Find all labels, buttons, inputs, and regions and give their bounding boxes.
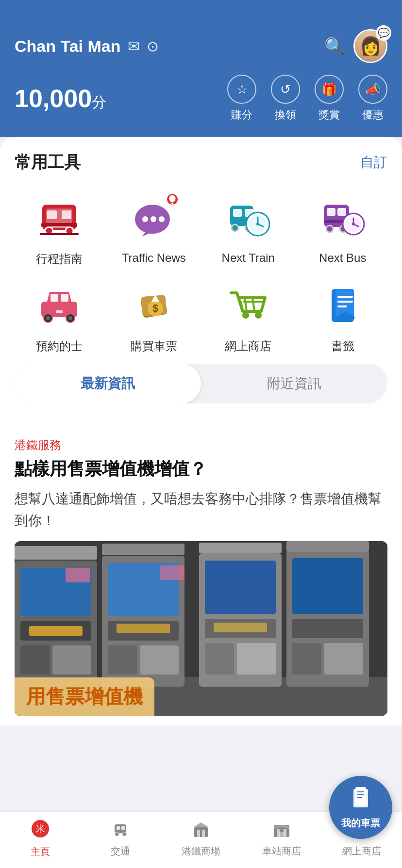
mail-icon[interactable]: ✉ xyxy=(128,38,140,55)
rewards-label: 獎賞 xyxy=(318,108,340,122)
online-shop-icon-wrap xyxy=(221,278,275,332)
svg-text:米: 米 xyxy=(35,823,45,834)
nav-mtr-mall[interactable]: 港鐵商場 xyxy=(161,820,241,858)
tool-buy-ticket[interactable]: $ 購買車票 xyxy=(109,278,199,354)
nav-home-label: 主頁 xyxy=(31,845,50,858)
transport-icon xyxy=(112,820,129,842)
svg-rect-75 xyxy=(205,561,276,614)
nav-station-shop[interactable]: 車站商店 xyxy=(241,820,322,858)
news-title: 點樣用售票增值機增值？ xyxy=(15,458,387,481)
svg-rect-6 xyxy=(47,210,57,219)
svg-rect-77 xyxy=(205,643,234,675)
redeem-action[interactable]: ↺ 換領 xyxy=(271,75,300,122)
customize-button[interactable]: 自訂 xyxy=(360,153,387,172)
online-shop-label: 網上商店 xyxy=(225,338,271,354)
svg-rect-73 xyxy=(140,645,179,675)
tool-journey[interactable]: 行程指南 xyxy=(15,191,104,267)
search-icon[interactable]: 🔍 xyxy=(324,36,345,56)
offers-action[interactable]: 📣 優惠 xyxy=(358,75,387,122)
svg-rect-38 xyxy=(50,294,58,302)
tab-latest[interactable]: 最新資訊 xyxy=(15,364,201,403)
svg-rect-81 xyxy=(292,619,363,638)
points-display: 10,000分 xyxy=(15,84,106,113)
points-number: 10,000 xyxy=(15,84,92,113)
next-train-icon-wrap xyxy=(221,191,275,244)
floating-ticket-button[interactable]: 我的車票 xyxy=(329,776,392,839)
offers-label: 優惠 xyxy=(362,108,384,122)
svg-rect-103 xyxy=(202,830,205,837)
online-shop-icon xyxy=(226,283,270,327)
svg-rect-96 xyxy=(117,826,120,830)
earn-points-action[interactable]: ☆ 賺分 xyxy=(227,75,256,122)
journey-icon xyxy=(37,196,81,240)
svg-point-18 xyxy=(232,225,238,231)
news-tabs: 最新資訊 附近資訊 xyxy=(15,364,387,403)
news-image-text: 用售票增值機 xyxy=(26,686,143,707)
username: Chan Tai Man xyxy=(15,37,121,56)
nav-mtr-mall-label: 港鐵商場 xyxy=(182,845,220,858)
svg-rect-90 xyxy=(214,623,267,632)
rewards-action[interactable]: 🎁 獎賞 xyxy=(315,75,344,122)
redeem-icon: ↺ xyxy=(271,75,300,104)
tool-bookmarks[interactable]: 書籤 xyxy=(298,278,388,354)
svg-rect-88 xyxy=(29,626,83,636)
next-bus-icon-wrap xyxy=(316,191,369,244)
svg-rect-16 xyxy=(233,209,242,217)
nav-transport[interactable]: 交通 xyxy=(81,820,161,858)
svg-text:$: $ xyxy=(152,302,158,314)
next-train-label: Next Train xyxy=(222,251,275,265)
taxi-label: 預約的士 xyxy=(36,338,83,354)
nav-home[interactable]: 米 主頁 xyxy=(0,820,81,858)
chat-badge: 💬 xyxy=(376,25,391,41)
profile-icon[interactable]: ⊙ xyxy=(147,38,159,55)
svg-rect-92 xyxy=(160,565,184,580)
svg-point-54 xyxy=(255,312,262,319)
tool-next-train[interactable]: Next Train xyxy=(203,191,293,267)
svg-rect-5 xyxy=(47,226,71,228)
news-description: 想幫八達通配飾增值，又唔想去客務中心排隊？售票增值機幫到你！ xyxy=(15,488,387,532)
bookmarks-label: 書籤 xyxy=(331,338,354,354)
tool-next-bus[interactable]: Next Bus xyxy=(298,191,388,267)
tools-title: 常用工具 xyxy=(15,151,81,174)
earn-icon: ☆ xyxy=(227,75,256,104)
traffic-news-label: Traffic News xyxy=(122,251,186,265)
bookmarks-icon xyxy=(321,283,365,327)
news-image[interactable]: 用售票增值機 xyxy=(15,541,387,716)
svg-point-98 xyxy=(115,832,119,836)
svg-point-11 xyxy=(142,216,148,222)
station-shop-icon xyxy=(273,820,290,842)
offers-icon: 📣 xyxy=(358,75,387,104)
svg-rect-83 xyxy=(324,643,363,675)
svg-rect-85 xyxy=(102,544,184,555)
svg-point-53 xyxy=(242,312,249,319)
next-train-icon xyxy=(226,196,270,240)
redeem-label: 換領 xyxy=(275,108,296,122)
earn-label: 賺分 xyxy=(231,108,252,122)
svg-rect-111 xyxy=(355,787,366,805)
svg-point-13 xyxy=(159,216,165,222)
svg-rect-27 xyxy=(337,208,346,216)
svg-line-52 xyxy=(252,298,254,311)
buy-ticket-label: 購買車票 xyxy=(131,338,177,354)
tool-online-shop[interactable]: 網上商店 xyxy=(203,278,293,354)
nav-station-shop-label: 車站商店 xyxy=(262,845,301,858)
svg-point-29 xyxy=(326,225,333,232)
header-top: Chan Tai Man ✉ ⊙ 🔍 👩 💬 xyxy=(15,29,387,63)
svg-rect-39 xyxy=(61,294,68,302)
svg-rect-87 xyxy=(286,541,369,552)
tab-nearby[interactable]: 附近資訊 xyxy=(201,364,387,403)
svg-point-43 xyxy=(68,316,72,320)
svg-rect-80 xyxy=(292,558,363,614)
tools-card: 常用工具 自訂 行程指南 xyxy=(0,137,402,428)
avatar-container[interactable]: 👩 💬 xyxy=(353,29,387,63)
svg-point-24 xyxy=(256,223,259,225)
svg-rect-8 xyxy=(40,233,79,235)
news-section: 港鐵服務 點樣用售票增值機增值？ 想幫八達通配飾增值，又唔想去客務中心排隊？售票… xyxy=(0,428,402,725)
next-bus-label: Next Bus xyxy=(319,251,366,265)
tool-taxi[interactable]: 預約的士 xyxy=(15,278,104,354)
tool-traffic-news[interactable]: Traffic News xyxy=(109,191,199,267)
svg-rect-107 xyxy=(279,832,285,837)
tools-header: 常用工具 自訂 xyxy=(15,151,387,174)
svg-rect-100 xyxy=(194,827,208,837)
svg-rect-72 xyxy=(108,645,137,675)
